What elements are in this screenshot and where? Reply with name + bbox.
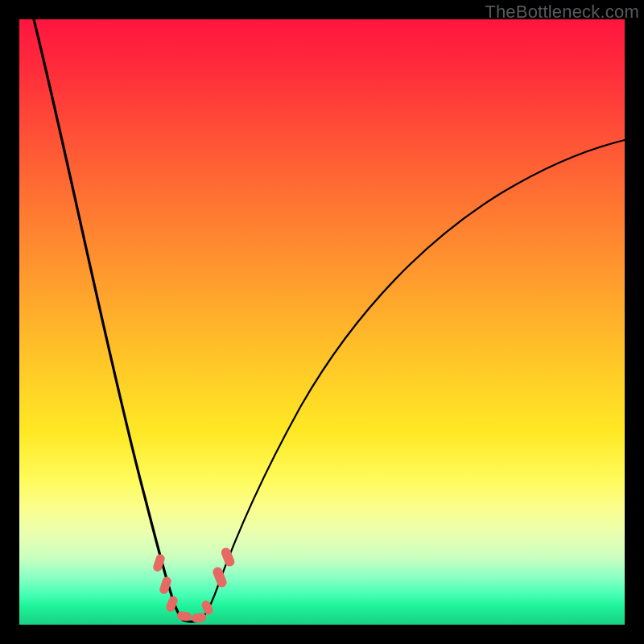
curve-marker [212,566,229,589]
chart-svg [19,19,625,625]
curve-marker [176,611,192,621]
curve-marker [220,547,236,568]
curve-marker [191,613,206,623]
curve-left [34,19,183,620]
plot-area [19,19,625,625]
watermark-text: TheBottleneck.com [485,2,639,23]
marker-group [152,547,236,624]
curve-right [200,140,625,620]
